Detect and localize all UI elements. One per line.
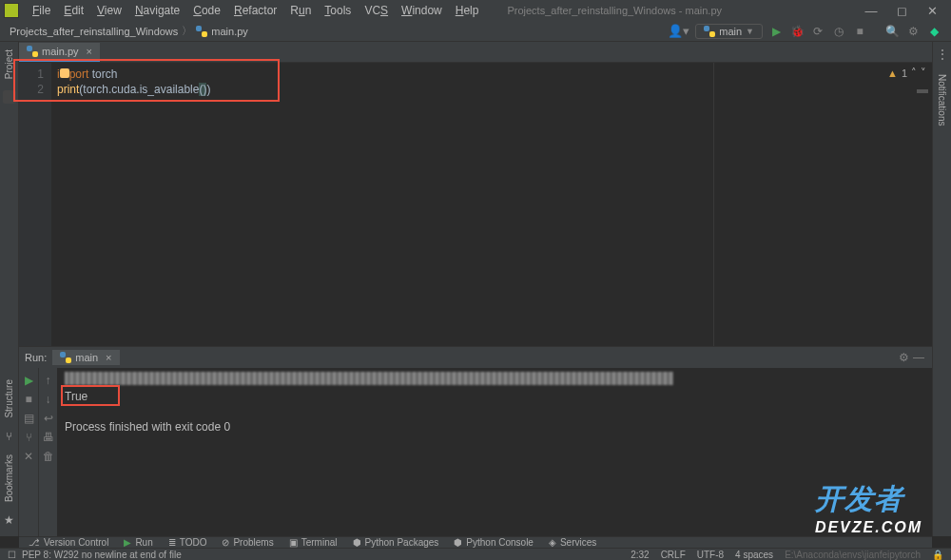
status-message: PEP 8: W292 no newline at end of file bbox=[22, 550, 182, 560]
python-config-icon bbox=[704, 26, 715, 37]
run-config-selector[interactable]: main ▼ bbox=[695, 24, 763, 39]
bottom-tool-tabs: ⎇ Version Control ▶ Run ≣ TODO ⊘ Problem… bbox=[19, 536, 932, 548]
bookmarks-icon[interactable]: ★ bbox=[4, 513, 14, 527]
right-tool-strip: ⋮ Notifications bbox=[932, 42, 951, 536]
menu-file[interactable]: File bbox=[27, 2, 56, 19]
pin-tab-button[interactable]: ⑂ bbox=[26, 431, 32, 444]
code-editor[interactable]: 1 2 iport torch print(torch.cuda.is_avai… bbox=[19, 63, 932, 346]
vcs-tool-tab[interactable]: ⎇ Version Control bbox=[29, 537, 108, 548]
status-bar: ☐ PEP 8: W292 no newline at end of file … bbox=[0, 548, 951, 560]
menu-vcs[interactable]: VCS bbox=[359, 2, 394, 19]
titlebar: File Edit View Navigate Code Refactor Ru… bbox=[0, 0, 951, 21]
run-tab-label: main bbox=[75, 352, 98, 363]
clear-all-button[interactable]: 🗑 bbox=[43, 450, 54, 463]
menu-help[interactable]: Help bbox=[450, 2, 485, 19]
annotation-box bbox=[61, 385, 120, 406]
soft-wrap-marker bbox=[917, 89, 928, 93]
stop-run-button[interactable]: ■ bbox=[25, 393, 31, 406]
menu-navigate[interactable]: Navigate bbox=[129, 2, 185, 19]
interpreter-hint[interactable]: E:\Anaconda\envs\jianfeipytorch bbox=[785, 550, 921, 560]
line-separator[interactable]: CRLF bbox=[661, 550, 686, 560]
annotation-box bbox=[13, 59, 280, 102]
run-body: ▶ ■ ▤ ⑂ ✕ ↑ ↓ ↩ 🖶 🗑 True Process finishe… bbox=[19, 368, 932, 536]
python-file-icon bbox=[196, 26, 207, 37]
breadcrumb-separator-icon: 〉 bbox=[182, 24, 192, 38]
python-run-icon bbox=[60, 352, 71, 363]
run-output[interactable]: True Process finished with exit code 0 bbox=[57, 368, 932, 536]
python-tab-icon bbox=[27, 46, 38, 57]
bookmarks-tool-tab[interactable]: Bookmarks bbox=[4, 447, 14, 510]
run-tool-window: Run: main × ⚙ — ▶ ■ ▤ ⑂ ✕ ↑ ↓ ↩ 🖶 🗑 True bbox=[19, 346, 932, 536]
todo-tool-tab[interactable]: ≣ TODO bbox=[168, 537, 207, 548]
structure-icon[interactable]: ⑂ bbox=[6, 430, 12, 443]
run-config-label: main bbox=[719, 26, 742, 37]
run-tab[interactable]: main × bbox=[52, 350, 119, 365]
settings-button[interactable]: ⚙ bbox=[905, 24, 921, 39]
breadcrumb-project[interactable]: Projects_after_reinstalling_Windows bbox=[10, 26, 178, 37]
redacted-command-line bbox=[65, 372, 673, 385]
hide-panel-icon[interactable]: — bbox=[911, 350, 926, 365]
close-run-button[interactable]: ✕ bbox=[24, 450, 33, 463]
menu-run[interactable]: Run bbox=[284, 2, 317, 19]
run-tab-close-icon[interactable]: × bbox=[106, 352, 111, 363]
stop-button[interactable]: ■ bbox=[852, 24, 867, 39]
user-indicator-icon[interactable]: 👤▾ bbox=[668, 24, 689, 38]
python-console-tool-tab[interactable]: ⬢ Python Console bbox=[454, 537, 534, 548]
run-header: Run: main × ⚙ — bbox=[19, 347, 932, 368]
editor-options-icon[interactable]: ⋮ bbox=[937, 48, 948, 61]
breadcrumb-file[interactable]: main.py bbox=[211, 26, 248, 37]
menu-window[interactable]: Window bbox=[396, 2, 448, 19]
minimize-button[interactable]: — bbox=[856, 0, 886, 21]
app-logo-icon bbox=[4, 3, 19, 18]
run-tool-tab[interactable]: ▶ Run bbox=[124, 537, 152, 548]
problems-tool-tab[interactable]: ⊘ Problems bbox=[222, 537, 273, 548]
print-button[interactable]: 🖶 bbox=[43, 431, 54, 444]
main-menu: File Edit View Navigate Code Refactor Ru… bbox=[27, 2, 484, 19]
debug-button[interactable]: 🐞 bbox=[789, 24, 805, 39]
menu-view[interactable]: View bbox=[91, 2, 127, 19]
search-everywhere-button[interactable]: 🔍 bbox=[884, 24, 900, 39]
run-settings-icon[interactable]: ⚙ bbox=[896, 350, 911, 365]
structure-tool-tab[interactable]: Structure bbox=[4, 372, 14, 426]
maximize-button[interactable]: ◻ bbox=[886, 0, 917, 21]
rerun-button[interactable]: ▶ bbox=[25, 374, 33, 387]
run-coverage-button[interactable]: ⟳ bbox=[810, 24, 825, 39]
editor-area: main.py × 1 2 iport torch print(torch.cu… bbox=[19, 42, 932, 346]
menu-tools[interactable]: Tools bbox=[319, 2, 357, 19]
dropdown-arrow-icon: ▼ bbox=[746, 27, 754, 36]
breadcrumb: Projects_after_reinstalling_Windows 〉 ma… bbox=[10, 24, 248, 38]
python-packages-tool-tab[interactable]: ⬢ Python Packages bbox=[353, 537, 439, 548]
status-icon[interactable]: ☐ bbox=[8, 550, 16, 560]
file-encoding[interactable]: UTF-8 bbox=[697, 550, 724, 560]
editor-right-margin: ▲ 1 ˄ ˅ bbox=[713, 63, 932, 346]
scroll-up-button[interactable]: ↑ bbox=[46, 374, 51, 387]
terminal-tool-tab[interactable]: ▣ Terminal bbox=[289, 537, 338, 548]
run-exec-toolbar: ▶ ■ ▤ ⑂ ✕ bbox=[19, 368, 38, 536]
run-button[interactable]: ▶ bbox=[768, 24, 784, 39]
menu-edit[interactable]: Edit bbox=[58, 2, 89, 19]
inspection-summary[interactable]: ▲ 1 ˄ ˅ bbox=[887, 67, 926, 79]
code-with-me-icon[interactable]: ◆ bbox=[926, 24, 941, 39]
toggle-layout-button[interactable]: ▤ bbox=[24, 412, 34, 425]
line-number-gutter: 1 2 bbox=[19, 63, 51, 346]
lock-icon[interactable]: 🔒 bbox=[932, 550, 943, 560]
tab-close-icon[interactable]: × bbox=[87, 46, 92, 57]
window-title: Projects_after_reinstalling_Windows - ma… bbox=[507, 5, 722, 16]
notifications-tool-tab[interactable]: Notifications bbox=[937, 67, 947, 133]
close-button[interactable]: ✕ bbox=[917, 0, 947, 21]
nav-row: Projects_after_reinstalling_Windows 〉 ma… bbox=[0, 21, 951, 42]
next-highlight-icon[interactable]: ˅ bbox=[921, 67, 926, 79]
menu-code[interactable]: Code bbox=[187, 2, 226, 19]
services-tool-tab[interactable]: ◈ Services bbox=[549, 537, 596, 548]
prev-highlight-icon[interactable]: ˄ bbox=[911, 67, 917, 79]
left-tool-strip: Project Structure ⑂ Bookmarks ★ bbox=[0, 42, 19, 536]
soft-wrap-button[interactable]: ↩ bbox=[44, 412, 53, 425]
run-label: Run: bbox=[25, 352, 47, 363]
tab-label: main.py bbox=[42, 46, 79, 57]
indent-setting[interactable]: 4 spaces bbox=[735, 550, 773, 560]
scroll-down-button[interactable]: ↓ bbox=[46, 393, 51, 406]
cursor-position[interactable]: 2:32 bbox=[631, 550, 649, 560]
menu-refactor[interactable]: Refactor bbox=[228, 2, 282, 19]
profile-button[interactable]: ◷ bbox=[831, 24, 846, 39]
run-output-toolbar: ↑ ↓ ↩ 🖶 🗑 bbox=[38, 368, 57, 536]
